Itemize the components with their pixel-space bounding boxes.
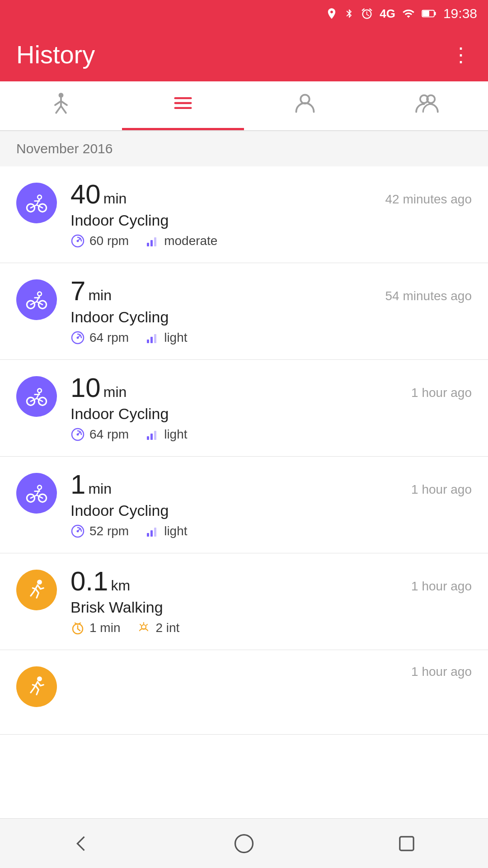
stat-intensity: light (145, 330, 187, 345)
svg-line-7 (56, 106, 61, 113)
svg-rect-31 (150, 337, 153, 343)
activity-time-ago: 54 minutes ago (385, 289, 472, 303)
stat-rpm-value: 64 rpm (89, 427, 129, 442)
network-indicator: 4G (380, 7, 395, 21)
stat-intensity-value: light (164, 427, 187, 442)
tab-activity[interactable] (0, 81, 122, 130)
svg-rect-21 (147, 243, 149, 246)
svg-rect-48 (147, 533, 149, 537)
activity-item[interactable]: 10 min 1 hour ago Indoor Cycling 64 rpm (0, 360, 488, 457)
activity-details: 0.1 km 1 hour ago Brisk Walking 1 min (70, 568, 472, 635)
activity-details: 10 min 1 hour ago Indoor Cycling 64 rpm (70, 374, 472, 442)
svg-rect-22 (150, 240, 153, 246)
page-title: History (16, 40, 95, 69)
activity-item[interactable]: 1 hour ago (0, 650, 488, 735)
svg-line-29 (78, 335, 80, 338)
svg-rect-50 (154, 528, 156, 537)
activity-type-icon (16, 473, 57, 514)
status-bar: 4G 19:38 (0, 0, 488, 27)
activity-type-icon (16, 570, 57, 610)
bluetooth-icon (344, 7, 354, 20)
svg-line-47 (78, 528, 80, 531)
time-display: 19:38 (443, 6, 477, 21)
location-icon (325, 7, 338, 20)
activity-stats: 52 rpm light (70, 524, 472, 538)
stat-intensity-value: light (164, 524, 187, 538)
svg-rect-1 (422, 11, 429, 16)
stat-intensity: 2 int (136, 621, 179, 635)
status-icons: 4G 19:38 (325, 6, 477, 21)
navigation-bar (0, 818, 488, 868)
tab-bar (0, 81, 488, 131)
activity-item[interactable]: 1 min 1 hour ago Indoor Cycling 52 rpm (0, 457, 488, 553)
activity-duration: 1 (70, 471, 85, 498)
svg-point-51 (37, 580, 42, 585)
activity-details: 1 hour ago (70, 665, 472, 683)
activity-type-icon (16, 279, 57, 320)
activity-unit: min (103, 190, 127, 207)
activity-time-ago: 1 hour ago (411, 665, 472, 679)
activity-duration: 40 (70, 181, 101, 208)
activity-stats: 64 rpm light (70, 330, 472, 345)
app-bar: History ⋮ (0, 27, 488, 81)
activity-item[interactable]: 0.1 km 1 hour ago Brisk Walking 1 min (0, 553, 488, 650)
battery-icon (422, 9, 437, 19)
activity-unit: min (103, 384, 127, 401)
activity-details: 7 min 54 minutes ago Indoor Cycling 64 r… (70, 278, 472, 345)
svg-line-54 (78, 629, 80, 631)
tab-list[interactable] (122, 81, 244, 130)
activity-time-ago: 1 hour ago (411, 386, 472, 400)
svg-rect-32 (154, 334, 156, 343)
activity-name: Indoor Cycling (70, 405, 472, 423)
stat-rpm-value: 60 rpm (89, 234, 129, 248)
activity-item[interactable]: 7 min 54 minutes ago Indoor Cycling 64 r… (0, 263, 488, 360)
activity-name: Indoor Cycling (70, 308, 472, 326)
section-header: November 2016 (0, 131, 488, 166)
activity-duration: 7 (70, 278, 85, 305)
activity-unit: min (88, 287, 112, 304)
tab-person[interactable] (244, 81, 366, 130)
activity-item[interactable]: 40 min 42 minutes ago Indoor Cycling 60 … (0, 166, 488, 263)
activity-time-ago: 1 hour ago (411, 482, 472, 497)
overflow-menu-button[interactable]: ⋮ (451, 43, 472, 66)
svg-line-8 (61, 106, 66, 113)
signal-icon (402, 7, 415, 20)
stat-int-value: 2 int (155, 621, 179, 635)
activity-list: 40 min 42 minutes ago Indoor Cycling 60 … (0, 166, 488, 735)
stat-rpm-value: 64 rpm (89, 330, 129, 345)
activity-details: 1 min 1 hour ago Indoor Cycling 52 rpm (70, 471, 472, 538)
svg-rect-40 (150, 434, 153, 440)
activity-name: Indoor Cycling (70, 502, 472, 519)
recent-apps-button[interactable] (380, 826, 434, 862)
svg-line-6 (61, 101, 67, 105)
activity-type-icon (16, 666, 57, 707)
stat-intensity-value: moderate (164, 234, 217, 248)
stat-intensity: moderate (145, 234, 217, 248)
alarm-icon (361, 7, 373, 20)
activity-duration: 0.1 (70, 568, 108, 595)
stat-rpm: 52 rpm (70, 524, 129, 538)
svg-rect-41 (154, 431, 156, 440)
tab-people[interactable] (366, 81, 488, 130)
people-tab-icon (415, 91, 439, 120)
stat-duration-value: 1 min (89, 621, 120, 635)
svg-point-59 (37, 676, 42, 681)
activity-tab-icon (49, 91, 73, 120)
activity-stats: 1 min 2 int (70, 621, 472, 635)
svg-rect-30 (147, 340, 149, 343)
activity-unit: km (111, 577, 130, 594)
stat-rpm: 60 rpm (70, 234, 129, 248)
svg-rect-39 (147, 436, 149, 440)
activity-time-ago: 1 hour ago (411, 579, 472, 594)
activity-type-icon (16, 183, 57, 223)
activity-details: 40 min 42 minutes ago Indoor Cycling 60 … (70, 181, 472, 248)
svg-line-20 (78, 238, 80, 241)
home-button[interactable] (217, 826, 271, 862)
svg-rect-23 (154, 237, 156, 246)
stat-rpm: 64 rpm (70, 427, 129, 442)
back-button[interactable] (54, 826, 108, 862)
svg-line-58 (146, 624, 147, 625)
stat-duration: 1 min (70, 621, 120, 635)
svg-rect-61 (400, 836, 413, 850)
activity-unit: min (88, 481, 112, 497)
